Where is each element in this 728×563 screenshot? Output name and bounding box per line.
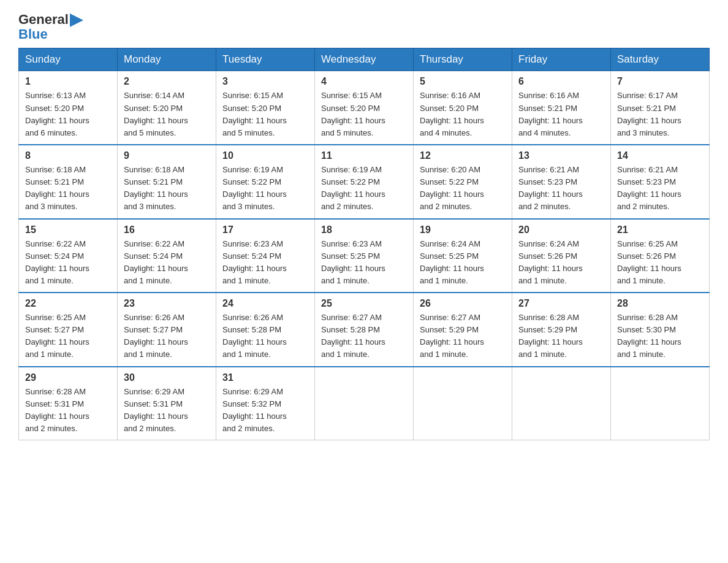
calendar-cell: 10Sunrise: 6:19 AMSunset: 5:22 PMDayligh…: [216, 145, 315, 219]
calendar-table: SundayMondayTuesdayWednesdayThursdayFrid…: [18, 48, 710, 440]
day-number: 27: [518, 298, 604, 309]
calendar-cell: 25Sunrise: 6:27 AMSunset: 5:28 PMDayligh…: [315, 293, 414, 367]
calendar-cell: 4Sunrise: 6:15 AMSunset: 5:20 PMDaylight…: [315, 71, 414, 145]
calendar-cell: 11Sunrise: 6:19 AMSunset: 5:22 PMDayligh…: [315, 145, 414, 219]
cell-info: Sunrise: 6:27 AMSunset: 5:28 PMDaylight:…: [321, 312, 407, 361]
cell-info: Sunrise: 6:19 AMSunset: 5:22 PMDaylight:…: [321, 164, 407, 213]
cell-info: Sunrise: 6:26 AMSunset: 5:28 PMDaylight:…: [222, 312, 308, 361]
logo-text: General Blue: [18, 12, 83, 42]
calendar-week-row: 15Sunrise: 6:22 AMSunset: 5:24 PMDayligh…: [19, 219, 710, 293]
calendar-cell: 18Sunrise: 6:23 AMSunset: 5:25 PMDayligh…: [315, 219, 414, 293]
cell-info: Sunrise: 6:22 AMSunset: 5:24 PMDaylight:…: [25, 238, 111, 288]
day-number: 28: [617, 298, 703, 309]
day-number: 14: [617, 150, 703, 161]
calendar-cell: 1Sunrise: 6:13 AMSunset: 5:20 PMDaylight…: [19, 71, 118, 145]
calendar-cell: 12Sunrise: 6:20 AMSunset: 5:22 PMDayligh…: [414, 145, 512, 219]
day-header-monday: Monday: [118, 48, 216, 71]
day-number: 8: [25, 150, 111, 161]
calendar-cell: 3Sunrise: 6:15 AMSunset: 5:20 PMDaylight…: [216, 71, 315, 145]
cell-info: Sunrise: 6:15 AMSunset: 5:20 PMDaylight:…: [222, 90, 308, 139]
day-header-friday: Friday: [512, 48, 611, 71]
calendar-cell: 9Sunrise: 6:18 AMSunset: 5:21 PMDaylight…: [118, 145, 216, 219]
day-number: 3: [222, 76, 308, 87]
day-number: 26: [420, 298, 506, 309]
calendar-cell: 30Sunrise: 6:29 AMSunset: 5:31 PMDayligh…: [118, 367, 216, 440]
day-number: 7: [617, 76, 703, 87]
calendar-cell: 14Sunrise: 6:21 AMSunset: 5:23 PMDayligh…: [611, 145, 710, 219]
calendar-cell: [611, 367, 710, 440]
day-number: 18: [321, 224, 407, 236]
calendar-cell: 19Sunrise: 6:24 AMSunset: 5:25 PMDayligh…: [414, 219, 512, 293]
cell-info: Sunrise: 6:28 AMSunset: 5:31 PMDaylight:…: [25, 386, 111, 435]
day-number: 9: [124, 150, 210, 161]
cell-info: Sunrise: 6:29 AMSunset: 5:32 PMDaylight:…: [222, 386, 308, 435]
day-header-sunday: Sunday: [19, 48, 118, 71]
cell-info: Sunrise: 6:29 AMSunset: 5:31 PMDaylight:…: [124, 386, 210, 435]
day-number: 5: [420, 76, 506, 87]
day-number: 31: [222, 372, 308, 383]
calendar-cell: 20Sunrise: 6:24 AMSunset: 5:26 PMDayligh…: [512, 219, 611, 293]
calendar-week-row: 1Sunrise: 6:13 AMSunset: 5:20 PMDaylight…: [19, 71, 710, 145]
calendar-cell: [512, 367, 611, 440]
calendar-cell: 7Sunrise: 6:17 AMSunset: 5:21 PMDaylight…: [611, 71, 710, 145]
calendar-cell: 29Sunrise: 6:28 AMSunset: 5:31 PMDayligh…: [19, 367, 118, 440]
cell-info: Sunrise: 6:22 AMSunset: 5:24 PMDaylight:…: [124, 238, 210, 288]
day-number: 23: [124, 298, 210, 309]
cell-info: Sunrise: 6:21 AMSunset: 5:23 PMDaylight:…: [617, 164, 703, 213]
calendar-week-row: 8Sunrise: 6:18 AMSunset: 5:21 PMDaylight…: [19, 145, 710, 219]
day-number: 22: [25, 298, 111, 309]
day-number: 16: [124, 224, 210, 236]
cell-info: Sunrise: 6:20 AMSunset: 5:22 PMDaylight:…: [420, 164, 506, 213]
calendar-cell: 22Sunrise: 6:25 AMSunset: 5:27 PMDayligh…: [19, 293, 118, 367]
day-number: 2: [124, 76, 210, 87]
day-number: 10: [222, 150, 308, 161]
cell-info: Sunrise: 6:23 AMSunset: 5:25 PMDaylight:…: [321, 238, 407, 288]
day-number: 21: [617, 224, 703, 236]
day-number: 24: [222, 298, 308, 309]
cell-info: Sunrise: 6:24 AMSunset: 5:25 PMDaylight:…: [420, 238, 506, 288]
calendar-cell: 16Sunrise: 6:22 AMSunset: 5:24 PMDayligh…: [118, 219, 216, 293]
cell-info: Sunrise: 6:25 AMSunset: 5:26 PMDaylight:…: [617, 238, 703, 288]
cell-info: Sunrise: 6:28 AMSunset: 5:29 PMDaylight:…: [518, 312, 604, 361]
cell-info: Sunrise: 6:16 AMSunset: 5:21 PMDaylight:…: [518, 90, 604, 139]
calendar-cell: 13Sunrise: 6:21 AMSunset: 5:23 PMDayligh…: [512, 145, 611, 219]
calendar-cell: 6Sunrise: 6:16 AMSunset: 5:21 PMDaylight…: [512, 71, 611, 145]
day-number: 1: [25, 76, 111, 87]
cell-info: Sunrise: 6:18 AMSunset: 5:21 PMDaylight:…: [25, 164, 111, 213]
day-number: 19: [420, 224, 506, 236]
day-header-thursday: Thursday: [414, 48, 512, 71]
calendar-cell: 5Sunrise: 6:16 AMSunset: 5:20 PMDaylight…: [414, 71, 512, 145]
logo-triangle-icon: [70, 13, 83, 27]
cell-info: Sunrise: 6:13 AMSunset: 5:20 PMDaylight:…: [25, 90, 111, 139]
day-number: 15: [25, 224, 111, 236]
cell-info: Sunrise: 6:28 AMSunset: 5:30 PMDaylight:…: [617, 312, 703, 361]
calendar-cell: 23Sunrise: 6:26 AMSunset: 5:27 PMDayligh…: [118, 293, 216, 367]
day-header-tuesday: Tuesday: [216, 48, 315, 71]
day-header-wednesday: Wednesday: [315, 48, 414, 71]
calendar-cell: [414, 367, 512, 440]
calendar-cell: 26Sunrise: 6:27 AMSunset: 5:29 PMDayligh…: [414, 293, 512, 367]
cell-info: Sunrise: 6:26 AMSunset: 5:27 PMDaylight:…: [124, 312, 210, 361]
cell-info: Sunrise: 6:14 AMSunset: 5:20 PMDaylight:…: [124, 90, 210, 139]
calendar-cell: 17Sunrise: 6:23 AMSunset: 5:24 PMDayligh…: [216, 219, 315, 293]
calendar-cell: 15Sunrise: 6:22 AMSunset: 5:24 PMDayligh…: [19, 219, 118, 293]
calendar-week-row: 22Sunrise: 6:25 AMSunset: 5:27 PMDayligh…: [19, 293, 710, 367]
day-number: 17: [222, 224, 308, 236]
day-number: 29: [25, 372, 111, 383]
calendar-week-row: 29Sunrise: 6:28 AMSunset: 5:31 PMDayligh…: [19, 367, 710, 440]
day-number: 6: [518, 76, 604, 87]
calendar-cell: [315, 367, 414, 440]
logo: General Blue: [18, 12, 83, 42]
cell-info: Sunrise: 6:19 AMSunset: 5:22 PMDaylight:…: [222, 164, 308, 213]
day-number: 4: [321, 76, 407, 87]
calendar-cell: 24Sunrise: 6:26 AMSunset: 5:28 PMDayligh…: [216, 293, 315, 367]
cell-info: Sunrise: 6:15 AMSunset: 5:20 PMDaylight:…: [321, 90, 407, 139]
day-number: 13: [518, 150, 604, 161]
cell-info: Sunrise: 6:23 AMSunset: 5:24 PMDaylight:…: [222, 238, 308, 288]
cell-info: Sunrise: 6:21 AMSunset: 5:23 PMDaylight:…: [518, 164, 604, 213]
cell-info: Sunrise: 6:27 AMSunset: 5:29 PMDaylight:…: [420, 312, 506, 361]
cell-info: Sunrise: 6:16 AMSunset: 5:20 PMDaylight:…: [420, 90, 506, 139]
day-number: 11: [321, 150, 407, 161]
day-header-row: SundayMondayTuesdayWednesdayThursdayFrid…: [19, 48, 710, 71]
cell-info: Sunrise: 6:25 AMSunset: 5:27 PMDaylight:…: [25, 312, 111, 361]
